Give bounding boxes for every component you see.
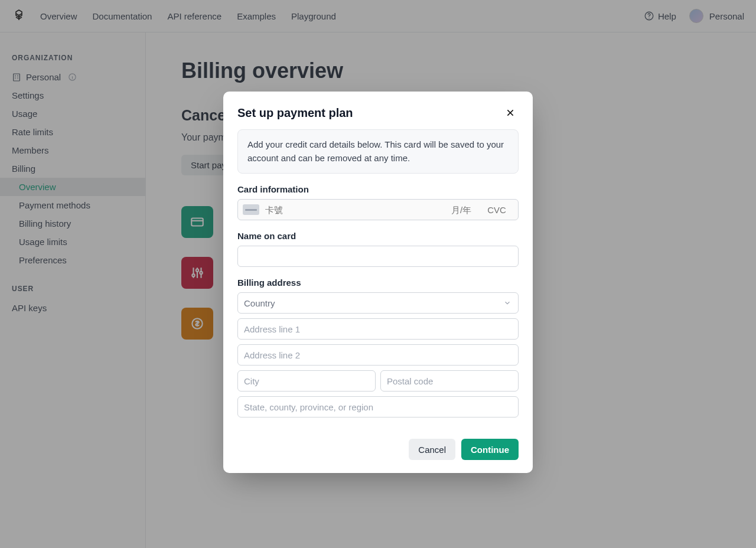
close-icon [506, 108, 515, 118]
card-number-row[interactable] [237, 199, 519, 220]
credit-card-icon [243, 204, 259, 215]
label-name: Name on card [237, 231, 519, 241]
state-input[interactable] [237, 396, 519, 417]
name-on-card-input[interactable] [237, 246, 519, 267]
modal-note: Add your credit card details below. This… [237, 129, 519, 174]
cancel-button[interactable]: Cancel [409, 439, 455, 460]
label-address: Billing address [237, 278, 519, 288]
payment-modal: Set up payment plan Add your credit card… [223, 92, 533, 473]
card-cvc-input[interactable] [479, 200, 514, 220]
card-number-input[interactable] [264, 200, 444, 220]
postal-code-input[interactable] [380, 370, 519, 392]
card-expiry-input[interactable] [444, 200, 479, 220]
label-card-info: Card information [237, 184, 519, 194]
modal-scrim[interactable]: Set up payment plan Add your credit card… [0, 0, 756, 548]
modal-title: Set up payment plan [237, 106, 353, 120]
close-button[interactable] [502, 105, 519, 121]
country-select[interactable]: Country [237, 292, 519, 314]
city-input[interactable] [237, 370, 376, 392]
continue-button[interactable]: Continue [461, 439, 519, 460]
address-line2-input[interactable] [237, 344, 519, 366]
address-line1-input[interactable] [237, 318, 519, 340]
